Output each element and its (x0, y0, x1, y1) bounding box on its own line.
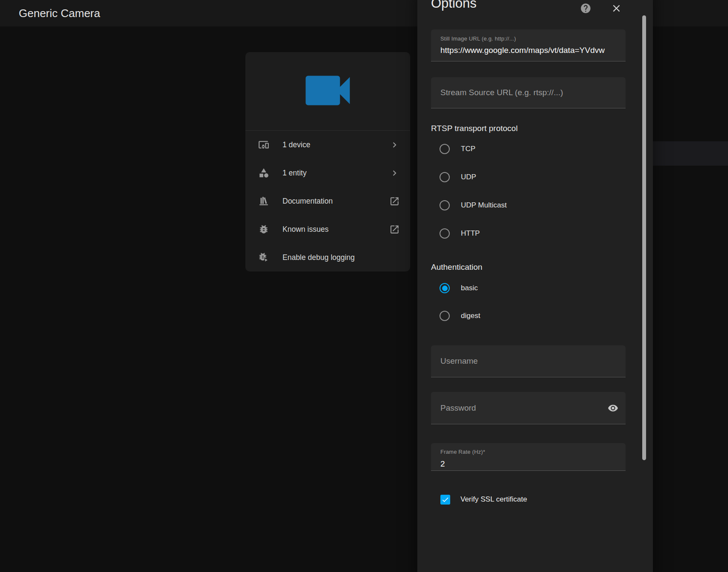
password-visibility-toggle[interactable] (608, 403, 618, 413)
rtsp-option-udp-multicast[interactable]: UDP Multicast (431, 196, 626, 215)
radio-label: UDP (461, 173, 476, 181)
app-screen: Generic Camera 1 device (0, 0, 728, 572)
close-icon (611, 3, 622, 14)
dialog-scrollbar-thumb[interactable] (642, 15, 646, 460)
card-item-label: 1 entity (282, 169, 306, 178)
card-hero (245, 52, 410, 130)
card-item-label: Documentation (282, 197, 333, 206)
card-item-devices[interactable]: 1 device (245, 131, 410, 159)
card-item-documentation[interactable]: Documentation (245, 187, 410, 215)
password-input[interactable] (440, 392, 616, 424)
open-in-new-icon (389, 224, 400, 235)
rtsp-option-http[interactable]: HTTP (431, 224, 626, 243)
stream-source-url-input[interactable] (440, 77, 616, 108)
verify-ssl-checkbox[interactable] (440, 495, 450, 505)
dialog-title: Options (431, 0, 477, 11)
udp-multicast-radio[interactable] (440, 200, 450, 210)
tcp-radio[interactable] (440, 144, 450, 154)
radio-label: digest (461, 312, 480, 320)
help-button[interactable] (580, 3, 591, 14)
integration-card: 1 device 1 entity Documentation (245, 52, 410, 271)
eye-icon (608, 403, 618, 413)
frame-rate-label: Frame Rate (Hz)* (440, 449, 485, 455)
card-item-entities[interactable]: 1 entity (245, 159, 410, 187)
radio-label: HTTP (461, 229, 480, 238)
auth-option-basic[interactable]: basic (431, 279, 626, 298)
verify-ssl-row[interactable]: Verify SSL certificate (440, 490, 527, 509)
open-in-new-icon (389, 196, 400, 207)
basic-radio[interactable] (440, 283, 450, 293)
radio-label: basic (461, 284, 478, 292)
card-item-label: Known issues (282, 225, 329, 234)
card-item-label: Enable debug logging (282, 253, 355, 262)
close-button[interactable] (611, 3, 622, 14)
rtsp-option-udp[interactable]: UDP (431, 168, 626, 187)
card-list: 1 device 1 entity Documentation (245, 130, 410, 271)
password-field (431, 392, 626, 424)
radio-label: TCP (461, 145, 475, 153)
video-camera-icon (298, 61, 357, 122)
rtsp-option-tcp[interactable]: TCP (431, 140, 626, 158)
rtsp-section-label: RTSP transport protocol (431, 124, 518, 133)
radio-label: UDP Multicast (461, 201, 507, 210)
chevron-right-icon (389, 140, 400, 150)
frame-rate-input[interactable] (440, 458, 616, 470)
bookshelf-icon (258, 196, 269, 207)
page-title: Generic Camera (19, 0, 100, 26)
background-header-remnant (653, 0, 728, 26)
digest-radio[interactable] (440, 311, 450, 321)
card-item-label: 1 device (282, 140, 310, 149)
still-image-url-input[interactable] (440, 45, 616, 56)
auth-option-digest[interactable]: digest (431, 306, 626, 325)
frame-rate-field: Frame Rate (Hz)* (431, 443, 626, 471)
card-item-known-issues[interactable]: Known issues (245, 215, 410, 243)
authentication-section-label: Authentication (431, 263, 482, 272)
shapes-icon (258, 167, 269, 178)
card-item-debug-logging[interactable]: Enable debug logging (245, 243, 410, 271)
bug-icon (258, 224, 269, 235)
verify-ssl-label: Verify SSL certificate (460, 495, 527, 504)
username-field (431, 345, 626, 377)
check-icon (441, 496, 449, 504)
still-image-url-field: Still Image URL (e.g. http://...) (431, 29, 626, 61)
options-dialog: Options Still Image URL (e.g. http://...… (417, 0, 653, 572)
http-radio[interactable] (440, 228, 450, 239)
bug-play-icon (258, 252, 269, 263)
udp-radio[interactable] (440, 172, 450, 182)
chevron-right-icon (389, 168, 400, 178)
stream-source-url-field (431, 77, 626, 108)
devices-icon (258, 139, 269, 150)
username-input[interactable] (440, 345, 616, 377)
still-image-url-label: Still Image URL (e.g. http://...) (440, 35, 516, 42)
help-circle-icon (580, 3, 591, 14)
background-row-remnant (653, 141, 728, 166)
